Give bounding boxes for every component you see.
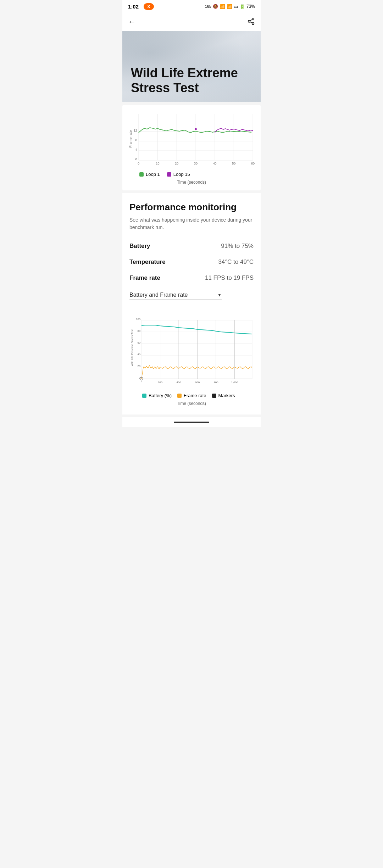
home-indicator — [174, 422, 209, 423]
legend-battery: Battery (%) — [142, 393, 172, 398]
dropdown-selected-label: Battery and Frame rate — [129, 292, 215, 298]
share-button[interactable] — [247, 17, 255, 27]
status-time: 1:02 — [128, 4, 139, 10]
battery-chart-xlabel: Time (seconds) — [129, 401, 254, 406]
legend-loop1: Loop 1 — [139, 172, 160, 177]
svg-text:Frame rate: Frame rate — [128, 130, 132, 148]
bottom-navigation-bar — [122, 417, 261, 427]
battery-icon: 🔋 — [239, 4, 245, 9]
svg-text:40: 40 — [213, 162, 217, 165]
svg-text:1,000: 1,000 — [231, 381, 238, 384]
legend-label-battery: Battery (%) — [149, 393, 172, 398]
battery-framerate-chart-container: Wild Life Extreme Stress Test 0 20 40 60… — [129, 307, 254, 406]
metric-temperature: Temperature 34°C to 49°C — [129, 254, 254, 270]
metric-framerate-value: 11 FPS to 19 FPS — [205, 274, 254, 282]
back-button[interactable]: ← — [128, 17, 136, 27]
svg-text:100: 100 — [136, 318, 141, 321]
legend-framerate: Frame rate — [177, 393, 206, 398]
svg-text:20: 20 — [175, 162, 178, 165]
performance-section: Performance monitoring See what was happ… — [122, 193, 261, 414]
network-icon: 165 — [205, 4, 211, 9]
status-icons: 165 🔕 📶 📶 ▭ 🔋 73% — [205, 4, 255, 9]
framerate-chart-svg: Frame rate 0 4 8 12 0 10 20 30 40 50 60 — [128, 111, 255, 167]
hero-title: Wild Life ExtremeStress Test — [131, 66, 238, 95]
svg-text:60: 60 — [137, 341, 140, 344]
svg-text:800: 800 — [214, 381, 219, 384]
app-indicator: X — [144, 3, 154, 10]
signal-icon: 📶 — [220, 4, 225, 9]
framerate-chart-card: Frame rate 0 4 8 12 0 10 20 30 40 50 60 — [122, 105, 261, 190]
metric-temperature-value: 34°C to 49°C — [218, 258, 254, 266]
svg-text:40: 40 — [137, 353, 140, 356]
legend-label-framerate: Frame rate — [184, 393, 206, 398]
svg-text:80: 80 — [137, 329, 140, 333]
performance-description: See what was happening inside your devic… — [129, 216, 254, 231]
battery-chart-legend: Battery (%) Frame rate Markers — [129, 390, 254, 400]
performance-title: Performance monitoring — [129, 202, 254, 213]
metric-battery-label: Battery — [129, 243, 150, 250]
svg-text:Wild Life Extreme Stress Test: Wild Life Extreme Stress Test — [131, 329, 134, 366]
svg-text:0: 0 — [135, 157, 137, 161]
legend-dot-markers — [212, 394, 216, 398]
chart-type-dropdown[interactable]: Battery and Frame rate ▼ — [129, 292, 222, 300]
battery-framerate-chart-svg: Wild Life Extreme Stress Test 0 20 40 60… — [129, 307, 254, 389]
legend-loop15: Loop 15 — [167, 172, 190, 177]
svg-text:10: 10 — [156, 162, 160, 165]
svg-point-28 — [195, 128, 197, 130]
legend-dot-battery — [142, 394, 146, 398]
metric-battery-value: 91% to 75% — [221, 243, 254, 250]
framerate-chart-xlabel: Time (seconds) — [128, 180, 255, 185]
battery-percent: 73% — [246, 4, 255, 9]
svg-text:12: 12 — [134, 129, 137, 132]
status-bar: 1:02 X 165 🔕 📶 📶 ▭ 🔋 73% — [122, 0, 261, 13]
legend-dot-loop1 — [139, 172, 144, 177]
svg-text:0: 0 — [141, 381, 143, 384]
svg-text:60: 60 — [251, 162, 255, 165]
metric-framerate: Frame rate 11 FPS to 19 FPS — [129, 270, 254, 286]
svg-text:4: 4 — [135, 148, 137, 151]
svg-line-4 — [250, 19, 252, 21]
svg-text:20: 20 — [137, 365, 140, 368]
legend-label-loop15: Loop 15 — [173, 172, 190, 177]
svg-text:200: 200 — [158, 381, 163, 384]
legend-dot-framerate — [177, 394, 182, 398]
hero-banner: Wild Life ExtremeStress Test — [122, 31, 261, 102]
svg-text:50: 50 — [232, 162, 235, 165]
framerate-legend: Loop 1 Loop 15 — [128, 169, 255, 178]
svg-line-3 — [250, 22, 252, 23]
metric-battery: Battery 91% to 75% — [129, 238, 254, 254]
legend-markers: Markers — [212, 393, 235, 398]
top-navigation: ← — [122, 13, 261, 31]
legend-label-loop1: Loop 1 — [146, 172, 160, 177]
svg-text:8: 8 — [135, 138, 137, 142]
signal-icon-2: 📶 — [227, 4, 232, 9]
svg-text:600: 600 — [195, 381, 200, 384]
svg-text:400: 400 — [177, 381, 182, 384]
mute-icon: 🔕 — [213, 4, 218, 9]
sim-icon: ▭ — [234, 4, 238, 9]
dropdown-arrow-icon: ▼ — [217, 293, 222, 297]
metric-temperature-label: Temperature — [129, 258, 166, 266]
svg-text:0: 0 — [138, 162, 139, 165]
metric-framerate-label: Frame rate — [129, 274, 160, 282]
svg-text:30: 30 — [194, 162, 198, 165]
legend-label-markers: Markers — [218, 393, 235, 398]
legend-dot-loop15 — [167, 172, 171, 177]
